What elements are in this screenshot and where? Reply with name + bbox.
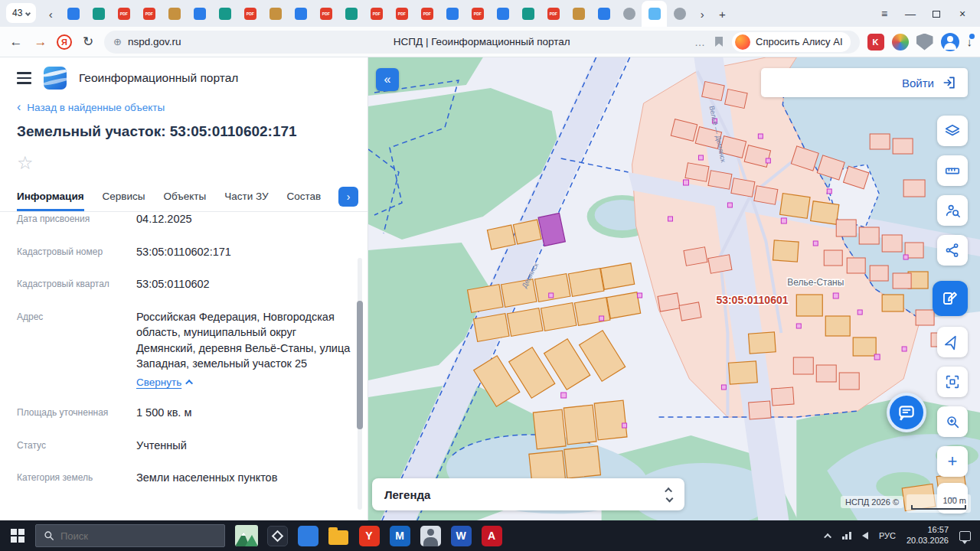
- cadastral-engineer-button[interactable]: [937, 195, 968, 226]
- browser-tab-pdf[interactable]: PDF: [414, 1, 439, 27]
- start-button[interactable]: [0, 520, 35, 551]
- taskbar-search[interactable]: [35, 524, 225, 547]
- tabs-more-button[interactable]: ›: [338, 187, 358, 207]
- field-row: Категория земель Земли населенных пункто…: [17, 461, 351, 494]
- notification-center-icon[interactable]: [959, 531, 971, 541]
- browser-tab-blue[interactable]: [490, 1, 515, 27]
- browser-tab-blue[interactable]: [591, 1, 616, 27]
- browser-tab-blue[interactable]: [439, 1, 465, 27]
- browser-menu-button[interactable]: ≡: [871, 1, 897, 27]
- collapse-left-icon: «: [384, 73, 391, 86]
- map-canvas[interactable]: 53:05:0110601 Велье-Станы Вельё — Демянс…: [368, 57, 980, 520]
- tray-expand-icon[interactable]: [824, 533, 831, 540]
- profile-avatar[interactable]: [941, 33, 959, 51]
- menu-icon: ≡: [881, 8, 887, 20]
- close-button[interactable]: ×: [949, 1, 975, 27]
- panel-scrollbar-thumb[interactable]: [357, 301, 363, 429]
- volume-icon[interactable]: [862, 532, 868, 540]
- browser-window: 43 ‹ PDFPDFPDFPDFPDFPDFPDFPDFPDF › + ≡ —…: [0, 0, 980, 551]
- network-icon[interactable]: [842, 532, 851, 540]
- zoom-in-button[interactable]: +: [937, 446, 968, 477]
- taskbar-photo-thumbnail[interactable]: [231, 520, 262, 551]
- search-input[interactable]: [60, 530, 191, 542]
- taskbar-icon-store[interactable]: [292, 520, 323, 551]
- layers-button[interactable]: [937, 116, 968, 146]
- field-row-address: Адрес Российская Федерация, Новгородская…: [17, 301, 351, 396]
- browser-tab-pdf[interactable]: PDF: [111, 1, 136, 27]
- clock[interactable]: 16:57 20.03.2026: [906, 525, 949, 546]
- browser-tab-gray[interactable]: [667, 1, 692, 27]
- downloads-button[interactable]: ↓: [967, 35, 973, 48]
- yandex-button[interactable]: Я: [57, 34, 72, 50]
- tabs-scroll-left-button[interactable]: ‹: [41, 1, 60, 27]
- system-tray: РУС 16:57 20.03.2026: [826, 525, 980, 546]
- more-icon[interactable]: …: [694, 36, 706, 48]
- measure-button[interactable]: [937, 155, 968, 186]
- taskbar-icon-explorer[interactable]: [323, 520, 354, 551]
- browser-tab-teal[interactable]: [212, 1, 237, 27]
- extension-kaspersky-icon[interactable]: K: [867, 34, 884, 51]
- browser-tab-active[interactable]: [642, 1, 667, 27]
- browser-tab-blue[interactable]: [60, 1, 86, 27]
- browser-tab-pdf[interactable]: PDF: [389, 1, 414, 27]
- blue-favicon: [67, 8, 80, 20]
- browser-tab-pdf[interactable]: PDF: [313, 1, 338, 27]
- ask-alice-button[interactable]: Спросить Алису AI: [732, 32, 850, 52]
- browser-tab-pdf[interactable]: PDF: [237, 1, 263, 27]
- site-info-icon[interactable]: ⊕: [113, 36, 122, 47]
- chat-button[interactable]: [887, 393, 926, 432]
- favorite-star-button[interactable]: ☆: [0, 146, 368, 181]
- browser-tab-pdf[interactable]: PDF: [136, 1, 162, 27]
- browser-tab-blue[interactable]: [288, 1, 313, 27]
- taskbar-icon-app[interactable]: [262, 520, 292, 551]
- new-tab-button[interactable]: +: [712, 1, 732, 27]
- tab-services[interactable]: Сервисы: [103, 181, 145, 211]
- taskbar-icon-acrobat[interactable]: A: [476, 520, 507, 551]
- draw-tools-button[interactable]: [933, 281, 968, 316]
- browser-tab-pdf[interactable]: PDF: [541, 1, 566, 27]
- collapse-address-link[interactable]: Свернуть: [136, 377, 351, 388]
- collapse-panel-button[interactable]: «: [376, 68, 399, 91]
- extension-color-icon[interactable]: [892, 34, 909, 51]
- browser-tab-gerb[interactable]: [263, 1, 288, 27]
- gerb-favicon: [573, 8, 585, 20]
- minimize-button[interactable]: —: [897, 1, 923, 27]
- taskbar-icon-word[interactable]: W: [446, 520, 476, 551]
- legend-expand-icon: [667, 487, 672, 501]
- browser-tab-gerb[interactable]: [162, 1, 187, 27]
- hamburger-menu-icon[interactable]: [17, 72, 31, 84]
- url-bar[interactable]: ⊕ nspd.gov.ru НСПД | Геоинформационный п…: [104, 31, 860, 54]
- browser-tab-pdf[interactable]: PDF: [364, 1, 389, 27]
- browser-tab-blue[interactable]: [187, 1, 212, 27]
- taskbar-icon-photos[interactable]: [415, 520, 446, 551]
- zoom-search-button[interactable]: [937, 406, 968, 437]
- browser-tab-teal[interactable]: [86, 1, 111, 27]
- back-button[interactable]: ←: [8, 34, 24, 50]
- plus-icon: +: [719, 8, 726, 21]
- forward-button[interactable]: →: [32, 34, 49, 50]
- browser-tab-gerb[interactable]: [566, 1, 591, 27]
- taskbar-icon-mail[interactable]: M: [384, 520, 415, 551]
- browser-tab-gray[interactable]: [616, 1, 642, 27]
- tabs-scroll-right-button[interactable]: ›: [692, 1, 712, 27]
- legend-bar[interactable]: Легенда: [372, 478, 684, 510]
- tab-parts[interactable]: Части ЗУ: [224, 181, 268, 211]
- taskbar-icon-yandex-browser[interactable]: Y: [354, 520, 384, 551]
- my-location-button[interactable]: [937, 327, 968, 357]
- share-button[interactable]: [937, 235, 968, 266]
- language-indicator[interactable]: РУС: [879, 531, 896, 540]
- browser-tab-pdf[interactable]: PDF: [465, 1, 490, 27]
- refresh-button[interactable]: ↻: [80, 34, 96, 50]
- extent-button[interactable]: [937, 367, 968, 397]
- maximize-button[interactable]: [923, 1, 949, 27]
- tab-counter[interactable]: 43: [6, 3, 36, 23]
- browser-tab-teal[interactable]: [338, 1, 364, 27]
- gerb-favicon: [168, 8, 181, 20]
- bookmark-flag-icon[interactable]: [715, 37, 723, 47]
- tab-information[interactable]: Информация: [17, 181, 84, 211]
- tab-composition[interactable]: Состав: [287, 181, 322, 211]
- back-to-results-link[interactable]: ‹ Назад в найденные объекты: [0, 99, 368, 119]
- extension-shield-icon[interactable]: [916, 34, 933, 51]
- browser-tab-teal[interactable]: [515, 1, 541, 27]
- tab-objects[interactable]: Объекты: [164, 181, 207, 211]
